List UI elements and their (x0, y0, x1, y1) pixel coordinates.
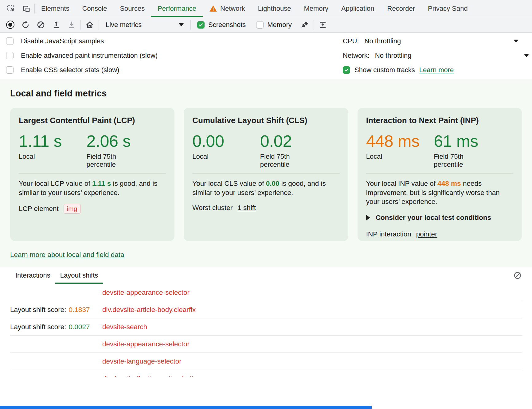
chevron-down-icon (179, 23, 184, 26)
reload-icon (21, 21, 30, 29)
device-toolbar-button[interactable] (20, 2, 33, 15)
layout-shift-row[interactable]: Layout shift score:0.0027 devsite-search (10, 318, 522, 336)
element-link[interactable]: devsite-appearance-selector (102, 289, 190, 297)
row-score-cell (10, 357, 102, 365)
desc-value: 448 ms (437, 180, 461, 187)
layout-shift-row[interactable]: devsite-language-selector (10, 353, 522, 370)
lcp-field-label: Field 75th percentile (86, 153, 133, 169)
element-link[interactable]: devsite-appearance-selector (102, 340, 190, 348)
lcp-values: 1.11 s Local 2.06 s Field 75th percentil… (19, 133, 166, 169)
desc-text: Your local INP value of (366, 180, 438, 187)
desc-value: 1.11 s (92, 180, 111, 187)
lcp-element-label: LCP element (19, 205, 59, 213)
home-button[interactable] (83, 18, 96, 31)
cls-card-title: Cumulative Layout Shift (CLS) (192, 116, 339, 125)
css-selector-stats-checkbox[interactable] (6, 66, 14, 74)
inspect-icon (6, 4, 15, 13)
tab-console[interactable]: Console (76, 0, 114, 17)
desc-text: Your local LCP value of (19, 180, 92, 187)
element-link[interactable]: devsite-search (102, 323, 147, 331)
worst-cluster-link[interactable]: 1 shift (237, 204, 256, 212)
tab-sources[interactable]: Sources (113, 0, 151, 17)
row-score-cell (10, 289, 102, 297)
screenshots-toggle[interactable]: Screenshots (197, 21, 246, 29)
memory-checkbox[interactable] (256, 21, 264, 29)
memory-toggle[interactable]: Memory (256, 21, 291, 29)
tab-recorder[interactable]: Recorder (381, 0, 421, 17)
divider (19, 173, 166, 173)
tab-performance[interactable]: Performance (151, 0, 203, 17)
layout-shift-row[interactable]: div.devsite-floating-action-buttons (10, 370, 522, 377)
inspect-element-button[interactable] (4, 2, 17, 15)
option-advanced-paint[interactable]: Enable advanced paint instrumentation (s… (0, 48, 343, 63)
element-link[interactable]: div.devsite-article-body.clearfix (102, 306, 196, 314)
garbage-collect-button[interactable] (298, 18, 311, 31)
metric-cards: Largest Contentful Paint (LCP) 1.11 s Lo… (10, 108, 522, 241)
local-test-conditions-label: Consider your local test conditions (376, 214, 491, 222)
inp-interaction-link[interactable]: pointer (416, 230, 437, 238)
element-link[interactable]: div.devsite-floating-action-buttons (102, 375, 205, 377)
clear-log-button[interactable] (511, 269, 524, 282)
disable-js-samples-checkbox[interactable] (6, 37, 14, 45)
chevron-down-icon[interactable] (524, 54, 529, 57)
panel-tabs: Elements Console Sources Performance Net… (35, 0, 474, 17)
chevron-down-icon[interactable] (514, 40, 518, 43)
layout-shift-row[interactable]: devsite-appearance-selector (10, 336, 522, 353)
option-css-selector-stats[interactable]: Enable CSS selector stats (slow) (0, 63, 343, 77)
save-profile-button[interactable] (65, 18, 78, 31)
inp-local-label: Local (366, 153, 413, 161)
score-label: Layout shift score: (10, 306, 66, 314)
record-and-reload-button[interactable] (19, 18, 32, 31)
element-link[interactable]: devsite-language-selector (102, 357, 182, 365)
worst-cluster-label: Worst cluster (192, 204, 233, 212)
inp-footer: INP interaction pointer (366, 230, 513, 238)
panel-adjust-button[interactable] (316, 18, 329, 31)
custom-tracks-checkbox[interactable] (343, 66, 350, 74)
tab-interactions[interactable]: Interactions (10, 267, 55, 284)
tab-elements[interactable]: Elements (35, 0, 76, 17)
cls-values: 0.00 Local 0.02 Field 75th percentile (192, 133, 339, 169)
tab-application[interactable]: Application (335, 0, 381, 17)
score-value: 0.0027 (69, 323, 90, 331)
memory-label: Memory (267, 21, 291, 29)
tab-lighthouse[interactable]: Lighthouse (252, 0, 298, 17)
row-score-cell (10, 340, 102, 348)
css-selector-stats-label: Enable CSS selector stats (slow) (21, 66, 119, 74)
lcp-footer: LCP element img (19, 204, 166, 214)
option-disable-js-samples[interactable]: Disable JavaScript samples (0, 34, 343, 48)
row-score-cell: Layout shift score:0.0027 (10, 323, 102, 331)
tab-layout-shifts[interactable]: Layout shifts (55, 267, 103, 284)
learn-more-local-field-link[interactable]: Learn more about local and field data (10, 251, 124, 259)
live-metrics-log: Interactions Layout shifts devsite-appea… (0, 267, 532, 377)
device-toolbar-icon (22, 4, 31, 13)
download-icon (67, 21, 76, 29)
advanced-paint-label: Enable advanced paint instrumentation (s… (21, 52, 158, 60)
divider (366, 173, 513, 173)
lcp-element-chip[interactable]: img (64, 204, 81, 214)
load-profile-button[interactable] (50, 18, 63, 31)
metric-card-inp: Interaction to Next Paint (INP) 448 ms L… (358, 108, 522, 241)
clear-button[interactable] (34, 18, 47, 31)
live-metrics-dropdown[interactable]: Live metrics (101, 18, 188, 31)
cls-field-value: 0.02 (260, 133, 340, 150)
layout-shift-row[interactable]: Layout shift score:0.1837 div.devsite-ar… (10, 301, 522, 318)
inp-description: Your local INP value of 448 ms needs imp… (366, 179, 513, 206)
advanced-paint-checkbox[interactable] (6, 52, 14, 59)
layout-shift-row[interactable]: devsite-appearance-selector (10, 284, 522, 301)
local-test-conditions-expander[interactable]: Consider your local test conditions (366, 214, 513, 222)
network-label: Network: (343, 52, 370, 60)
tab-network[interactable]: Network (203, 0, 252, 17)
learn-more-link[interactable]: Learn more (419, 66, 454, 74)
record-button[interactable] (4, 18, 17, 31)
tab-memory[interactable]: Memory (297, 0, 334, 17)
cls-footer: Worst cluster 1 shift (192, 204, 339, 212)
network-throttling-select[interactable]: No throttling (375, 52, 412, 60)
row-score-cell (10, 375, 102, 377)
cpu-throttling-select[interactable]: No throttling (365, 37, 401, 45)
tab-privacy-sandbox[interactable]: Privacy Sand (421, 0, 474, 17)
scroll-indicator-bar[interactable] (0, 406, 372, 409)
screenshots-label: Screenshots (208, 21, 246, 29)
screenshots-checkbox[interactable] (197, 21, 205, 29)
clear-icon (513, 271, 522, 280)
home-icon (85, 21, 94, 29)
